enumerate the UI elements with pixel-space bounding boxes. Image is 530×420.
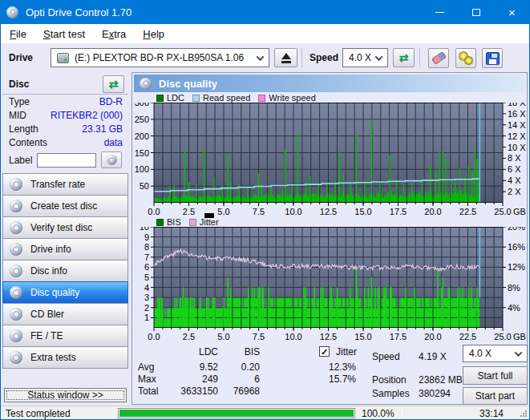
avg-ldc: 9.52	[162, 361, 218, 373]
stats-col-bis: BIS	[220, 346, 260, 357]
disc-field-contents: Contentsdata	[2, 135, 128, 149]
menu-file[interactable]: File	[2, 26, 34, 42]
label-input[interactable]	[37, 153, 96, 168]
save-button[interactable]	[482, 48, 503, 68]
status-window-button[interactable]: Status window >>	[4, 388, 127, 402]
progress-fill	[119, 410, 354, 417]
sidebar-item-transfer-rate[interactable]: Transfer rate	[2, 173, 128, 196]
disc-icon	[10, 265, 22, 277]
sidebar-item-cd-bler[interactable]: CD Bler	[2, 303, 128, 325]
sidebar-item-disc-quality[interactable]: Disc quality	[2, 281, 128, 304]
close-icon: ×	[508, 6, 516, 19]
quality-speed-select[interactable]: 4.0 X	[463, 345, 528, 362]
chevron-down-icon	[257, 53, 265, 61]
svg-text:16 X: 16 X	[508, 109, 526, 119]
sidebar-item-verify-test-disc[interactable]: Verify test disc	[2, 216, 128, 239]
svg-text:12.5: 12.5	[320, 332, 337, 341]
max-jitter: 15.7%	[300, 374, 356, 385]
close-button[interactable]: ×	[494, 0, 530, 24]
disc-field-mid: MIDRITEKBR2 (000)	[2, 108, 128, 122]
disc-label-button[interactable]	[101, 151, 122, 168]
panel-header: Disc quality	[134, 75, 525, 92]
svg-text:9: 9	[144, 232, 149, 242]
svg-text:150: 150	[135, 148, 149, 158]
drive-select-value: (E:) PLEXTOR BD-R PX-LB950SA 1.06	[75, 52, 244, 63]
avg-jitter: 12.3%	[300, 361, 356, 373]
maximize-button[interactable]	[458, 0, 494, 24]
sidebar-item-fe-te[interactable]: FE / TE	[2, 325, 128, 347]
minimize-icon	[435, 12, 444, 13]
nav-label: FE / TE	[30, 330, 63, 341]
svg-text:8: 8	[144, 242, 149, 252]
menu-help[interactable]: Help	[135, 26, 172, 42]
resize-grip[interactable]	[520, 410, 528, 418]
svg-text:7: 7	[144, 252, 149, 262]
drive-label: Drive	[9, 52, 33, 63]
svg-text:20%: 20%	[508, 227, 525, 232]
max-ldc: 249	[162, 374, 218, 385]
legend-jitter: Jitter	[189, 217, 219, 227]
svg-text:17.5: 17.5	[390, 207, 407, 216]
speed-stat-label: Speed	[372, 351, 400, 362]
chevron-down-icon	[515, 349, 523, 357]
legend-bis: BIS	[156, 217, 181, 227]
stats-row-max-label: Max	[138, 374, 156, 385]
svg-text:4 X: 4 X	[508, 176, 521, 185]
rescan-disc-button[interactable]: ⇄	[103, 75, 124, 93]
disc-fields: TypeBD-RMIDRITEKBR2 (000)Length23.31 GBC…	[2, 95, 128, 149]
erase-disc-button[interactable]	[428, 48, 449, 68]
refresh-icon: ⇄	[399, 52, 409, 63]
refresh-drive-button[interactable]: ⇄	[393, 48, 415, 67]
refresh-icon: ⇄	[109, 79, 119, 90]
svg-text:12 X: 12 X	[508, 131, 526, 141]
svg-text:2: 2	[144, 303, 149, 313]
svg-text:22.5: 22.5	[459, 207, 476, 216]
start-full-button[interactable]: Start full	[463, 366, 528, 385]
svg-text:20.0: 20.0	[424, 207, 441, 216]
ldc-chart: 501001502002503002 X4 X6 X8 X10 X12 X14 …	[132, 103, 528, 216]
minimize-button[interactable]	[422, 0, 458, 24]
sidebar-item-extra-tests[interactable]: Extra tests	[2, 346, 128, 369]
jitter-checkbox-label[interactable]: Jitter	[336, 346, 357, 357]
svg-text:GB: GB	[513, 332, 526, 341]
sidebar-item-disc-info[interactable]: Disc info	[2, 260, 128, 282]
svg-text:200: 200	[135, 131, 149, 141]
svg-text:10.0: 10.0	[285, 207, 301, 216]
nav-label: Create test disc	[30, 200, 97, 212]
svg-text:0.0: 0.0	[148, 207, 160, 216]
svg-text:7.5: 7.5	[253, 207, 265, 216]
client-area: Disc ⇄ TypeBD-RMIDRITEKBR2 (000)Length23…	[1, 72, 529, 406]
nav-label: Disc quality	[30, 287, 79, 298]
menu-extra[interactable]: Extra	[94, 26, 134, 42]
bis-chart-legend: BISJitter	[156, 217, 219, 227]
svg-text:17.5: 17.5	[390, 332, 407, 341]
title-bar: Opti Drive Control 1.70 ×	[0, 0, 530, 24]
field-value: 23.31 GB	[82, 123, 123, 135]
progress-bar	[118, 408, 355, 418]
svg-text:25.0: 25.0	[494, 207, 511, 216]
jitter-checkbox[interactable]: ✓	[319, 346, 330, 357]
position-stat-value: 23862 MB	[419, 374, 463, 386]
nav-label: Verify test disc	[30, 222, 92, 233]
svg-text:8%: 8%	[508, 283, 520, 293]
speed-select[interactable]: 4.0 X	[342, 48, 388, 67]
disc-panel-header: Disc ⇄	[2, 74, 128, 95]
sidebar-item-create-test-disc[interactable]: Create test disc	[2, 195, 128, 217]
disc-icon	[10, 200, 22, 212]
svg-text:0.0: 0.0	[148, 332, 160, 341]
svg-text:6 X: 6 X	[508, 164, 521, 174]
start-part-button[interactable]: Start part	[463, 387, 528, 405]
disc-field-length: Length23.31 GB	[2, 122, 128, 135]
svg-text:250: 250	[135, 115, 149, 124]
legend-ldc: LDC	[156, 93, 184, 103]
menu-start-test[interactable]: Start test	[35, 26, 93, 42]
field-value: RITEKBR2 (000)	[51, 110, 123, 121]
stats-col-ldc: LDC	[162, 346, 218, 357]
settings-button[interactable]	[455, 48, 476, 68]
svg-text:1: 1	[144, 313, 149, 322]
eject-button[interactable]	[274, 48, 297, 67]
sidebar-item-drive-info[interactable]: Drive info	[2, 238, 128, 260]
drive-select[interactable]: (E:) PLEXTOR BD-R PX-LB950SA 1.06	[51, 48, 269, 67]
statusbar-separator	[402, 408, 403, 418]
svg-text:22.5: 22.5	[459, 332, 476, 341]
